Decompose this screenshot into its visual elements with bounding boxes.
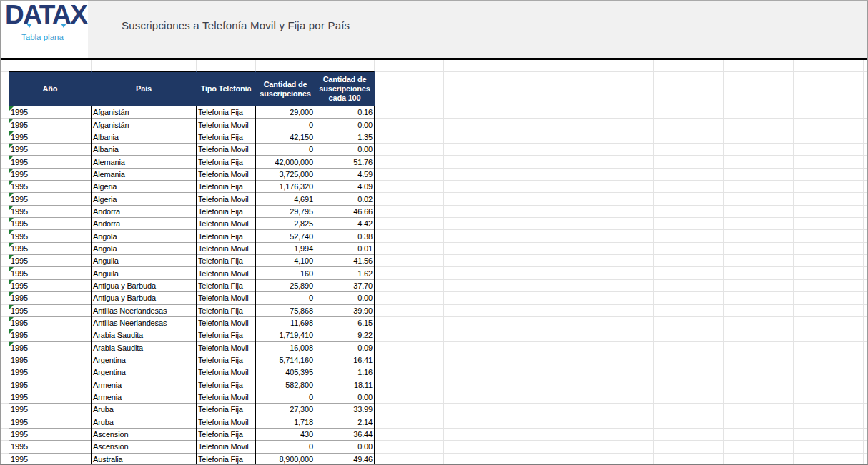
cell-telephony-type[interactable]: Telefonia Fija xyxy=(197,131,256,143)
cell-telephony-type[interactable]: Telefonia Movil xyxy=(197,341,256,354)
cell-country[interactable]: Antigua y Barbuda xyxy=(92,292,197,304)
cell-year[interactable]: 1995 xyxy=(9,292,92,304)
cell-year[interactable]: 1995 xyxy=(9,218,92,230)
cell-subscriptions[interactable]: 29,000 xyxy=(256,106,315,119)
cell-subscriptions[interactable]: 29,795 xyxy=(256,205,315,217)
cell-telephony-type[interactable]: Telefonia Fija xyxy=(197,156,256,168)
cell-telephony-type[interactable]: Telefonia Movil xyxy=(197,441,256,453)
cell-year[interactable]: 1995 xyxy=(9,168,92,180)
cell-telephony-type[interactable]: Telefonia Fija xyxy=(197,205,256,217)
cell-year[interactable]: 1995 xyxy=(9,181,92,193)
cell-telephony-type[interactable]: Telefonia Fija xyxy=(197,354,256,366)
cell-per100[interactable]: 1.16 xyxy=(315,366,375,379)
cell-year[interactable]: 1995 xyxy=(9,341,92,354)
cell-per100[interactable]: 46.66 xyxy=(315,205,375,217)
cell-year[interactable]: 1995 xyxy=(9,205,92,217)
cell-country[interactable]: Angola xyxy=(92,230,197,242)
cell-per100[interactable]: 4.09 xyxy=(315,181,375,193)
cell-per100[interactable]: 33.99 xyxy=(315,404,375,416)
cell-per100[interactable]: 0.38 xyxy=(315,230,375,242)
cell-country[interactable]: Andorra xyxy=(92,205,197,217)
cell-telephony-type[interactable]: Telefonia Movil xyxy=(197,316,256,329)
cell-year[interactable]: 1995 xyxy=(9,428,92,440)
cell-subscriptions[interactable]: 42,000,000 xyxy=(256,156,315,168)
cell-per100[interactable]: 51.76 xyxy=(315,156,375,168)
cell-per100[interactable]: 49.46 xyxy=(315,453,375,465)
column-header-country[interactable]: Pais xyxy=(92,72,197,106)
cell-telephony-type[interactable]: Telefonia Fija xyxy=(197,428,256,440)
cell-country[interactable]: Argentina xyxy=(92,354,197,366)
cell-year[interactable]: 1995 xyxy=(9,230,92,242)
cell-country[interactable]: Argentina xyxy=(92,366,197,379)
cell-telephony-type[interactable]: Telefonia Fija xyxy=(197,304,256,316)
cell-subscriptions[interactable]: 25,890 xyxy=(256,279,315,291)
cell-subscriptions[interactable]: 0 xyxy=(256,292,315,304)
cell-telephony-type[interactable]: Telefonia Fija xyxy=(197,279,256,291)
cell-country[interactable]: Algeria xyxy=(92,181,197,193)
sheet-tab-tabla-plana[interactable]: Tabla plana xyxy=(21,33,64,41)
cell-country[interactable]: Afganistán xyxy=(92,106,197,119)
cell-country[interactable]: Algeria xyxy=(92,193,197,205)
cell-telephony-type[interactable]: Telefonia Fija xyxy=(197,106,256,119)
cell-telephony-type[interactable]: Telefonia Fija xyxy=(197,329,256,341)
cell-telephony-type[interactable]: Telefonia Fija xyxy=(197,255,256,267)
cell-year[interactable]: 1995 xyxy=(9,366,92,379)
cell-subscriptions[interactable]: 1,176,320 xyxy=(256,181,315,193)
cell-year[interactable]: 1995 xyxy=(9,106,92,119)
cell-per100[interactable]: 0.00 xyxy=(315,391,375,403)
cell-subscriptions[interactable]: 11,698 xyxy=(256,316,315,329)
cell-country[interactable]: Aruba xyxy=(92,416,197,428)
cell-per100[interactable]: 0.00 xyxy=(315,144,375,156)
cell-subscriptions[interactable]: 42,150 xyxy=(256,131,315,143)
cell-country[interactable]: Anguila xyxy=(92,255,197,267)
cell-country[interactable]: Antillas Neerlandesas xyxy=(92,304,197,316)
cell-subscriptions[interactable]: 405,395 xyxy=(256,366,315,379)
cell-per100[interactable]: 1.62 xyxy=(315,267,375,279)
cell-subscriptions[interactable]: 0 xyxy=(256,119,315,131)
cell-subscriptions[interactable]: 2,825 xyxy=(256,218,315,230)
cell-year[interactable]: 1995 xyxy=(9,242,92,254)
column-header-subscriptions[interactable]: Cantidad de suscripciones xyxy=(256,72,315,106)
cell-telephony-type[interactable]: Telefonia Movil xyxy=(197,168,256,180)
cell-year[interactable]: 1995 xyxy=(9,453,92,465)
cell-year[interactable]: 1995 xyxy=(9,391,92,403)
cell-telephony-type[interactable]: Telefonia Movil xyxy=(197,366,256,379)
cell-subscriptions[interactable]: 1,719,410 xyxy=(256,329,315,341)
cell-year[interactable]: 1995 xyxy=(9,267,92,279)
cell-per100[interactable]: 0.00 xyxy=(315,292,375,304)
cell-year[interactable]: 1995 xyxy=(9,156,92,168)
cell-year[interactable]: 1995 xyxy=(9,279,92,291)
cell-subscriptions[interactable]: 75,868 xyxy=(256,304,315,316)
cell-country[interactable]: Albania xyxy=(92,131,197,143)
cell-country[interactable]: Alemania xyxy=(92,156,197,168)
cell-telephony-type[interactable]: Telefonia Fija xyxy=(197,379,256,391)
cell-country[interactable]: Arabia Saudita xyxy=(92,341,197,354)
cell-year[interactable]: 1995 xyxy=(9,316,92,329)
cell-year[interactable]: 1995 xyxy=(9,255,92,267)
cell-per100[interactable]: 18.11 xyxy=(315,379,375,391)
cell-country[interactable]: Arabia Saudita xyxy=(92,329,197,341)
cell-subscriptions[interactable]: 1,718 xyxy=(256,416,315,428)
cell-telephony-type[interactable]: Telefonia Movil xyxy=(197,218,256,230)
cell-year[interactable]: 1995 xyxy=(9,416,92,428)
cell-per100[interactable]: 0.00 xyxy=(315,441,375,453)
cell-per100[interactable]: 37.70 xyxy=(315,279,375,291)
cell-per100[interactable]: 0.16 xyxy=(315,106,375,119)
cell-subscriptions[interactable]: 4,691 xyxy=(256,193,315,205)
cell-country[interactable]: Armenia xyxy=(92,391,197,403)
cell-telephony-type[interactable]: Telefonia Movil xyxy=(197,292,256,304)
cell-telephony-type[interactable]: Telefonia Movil xyxy=(197,416,256,428)
cell-per100[interactable]: 0.02 xyxy=(315,193,375,205)
cell-per100[interactable]: 0.09 xyxy=(315,341,375,354)
cell-subscriptions[interactable]: 430 xyxy=(256,428,315,440)
cell-telephony-type[interactable]: Telefonia Fija xyxy=(197,453,256,465)
cell-year[interactable]: 1995 xyxy=(9,193,92,205)
cell-subscriptions[interactable]: 16,008 xyxy=(256,341,315,354)
cell-subscriptions[interactable]: 582,800 xyxy=(256,379,315,391)
cell-subscriptions[interactable]: 5,714,160 xyxy=(256,354,315,366)
column-header-year[interactable]: Año xyxy=(9,72,92,106)
cell-per100[interactable]: 0.00 xyxy=(315,119,375,131)
cell-telephony-type[interactable]: Telefonia Movil xyxy=(197,144,256,156)
cell-year[interactable]: 1995 xyxy=(9,119,92,131)
column-header-type[interactable]: Tipo Telefonia xyxy=(197,72,256,106)
